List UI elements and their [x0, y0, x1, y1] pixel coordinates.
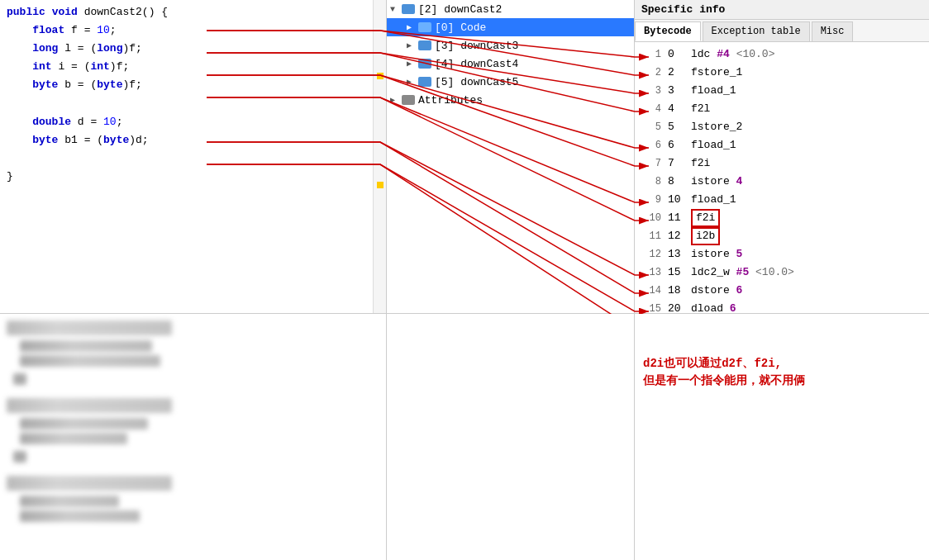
code-line-2: float f = 10; [7, 21, 379, 40]
specific-info-label: Specific info [641, 3, 725, 16]
tree-label-2: [0] Code [435, 21, 486, 34]
bc-lineno-9: 9 [641, 191, 661, 209]
folder-icon-3 [418, 40, 431, 50]
bc-instr-12: istore 5 [691, 245, 922, 263]
bc-row-2: 22fstore_1 [641, 64, 922, 82]
code-bottom-blurred [0, 314, 387, 560]
tree-item-6[interactable]: ▶ Attributes [387, 91, 634, 109]
code-line-8: byte b1 = (byte)d; [7, 131, 379, 149]
bc-lineno-7: 7 [641, 154, 661, 173]
bc-offset-12: 13 [668, 245, 691, 263]
code-area: public void downCast2() { float f = 10; … [0, 0, 386, 189]
bc-instr-5: lstore_2 [691, 118, 922, 136]
folder-icon-4 [418, 59, 431, 69]
folder-icon-6 [402, 95, 415, 105]
info-header: Specific info [635, 0, 929, 20]
bc-instr-1: ldc #4 <10.0> [691, 45, 922, 64]
folder-icon-5 [418, 77, 431, 87]
bc-instr-6: fload_1 [691, 136, 922, 154]
tab-bytecode[interactable]: Bytecode [635, 21, 701, 41]
tree-arrow-6: ▶ [390, 95, 402, 105]
bc-instr-8: istore 4 [691, 173, 922, 191]
bc-offset-7: 7 [668, 154, 691, 173]
tree-arrow-5: ▶ [407, 77, 418, 87]
bc-instr-10: f2i [691, 209, 922, 227]
bc-row-5: 55lstore_2 [641, 118, 922, 136]
bc-instr-11: i2b [691, 227, 922, 245]
tree-item-2[interactable]: ▶ [0] Code [387, 18, 634, 36]
gutter-mark-2 [377, 182, 384, 188]
bc-row-10: 1011f2i [641, 209, 922, 227]
tree-label-1: [2] downCast2 [418, 3, 502, 16]
tree-label-3: [3] downCast3 [435, 40, 518, 52]
bc-row-14: 1418dstore 6 [641, 282, 922, 300]
tree-item-3[interactable]: ▶ [3] downCast3 [387, 36, 634, 55]
code-line-10: } [7, 168, 379, 186]
bc-row-3: 33fload_1 [641, 82, 922, 100]
tree-arrow-3: ▶ [407, 40, 418, 50]
bc-lineno-11: 11 [641, 227, 661, 245]
bc-lineno-15: 15 [641, 300, 661, 313]
bc-row-13: 1315ldc2_w #5 <10.0> [641, 263, 922, 282]
bc-offset-14: 18 [668, 282, 691, 300]
bc-offset-3: 3 [668, 82, 691, 100]
bc-row-8: 88istore 4 [641, 173, 922, 191]
bc-instr-3: fload_1 [691, 82, 922, 100]
gutter-mark-1 [377, 73, 384, 79]
bc-instr-14: dstore 6 [691, 282, 922, 300]
bc-offset-4: 4 [668, 100, 691, 118]
bc-offset-5: 5 [668, 118, 691, 136]
code-line-4: int i = (int)f; [7, 58, 379, 76]
bc-lineno-13: 13 [641, 263, 661, 282]
bc-offset-15: 20 [668, 300, 691, 313]
tree-item-1[interactable]: ▼ [2] downCast2 [387, 0, 634, 18]
bc-lineno-8: 8 [641, 173, 661, 191]
tree-label-6: Attributes [418, 94, 483, 107]
gutter [373, 0, 386, 313]
folder-icon-1 [402, 4, 415, 14]
bc-lineno-1: 1 [641, 45, 661, 64]
bc-instr-4: f2l [691, 100, 922, 118]
bc-lineno-5: 5 [641, 118, 661, 136]
tree-item-4[interactable]: ▶ [4] downCast4 [387, 55, 634, 73]
bc-lineno-3: 3 [641, 82, 661, 100]
bytecode-table: 10ldc #4 <10.0>22fstore_133fload_144f2l5… [635, 42, 929, 313]
tree-panel: ▼ [2] downCast2▶ [0] Code▶ [3] downCast3… [387, 0, 635, 313]
bc-row-4: 44f2l [641, 100, 922, 118]
tree-label-5: [5] downCast5 [435, 76, 518, 88]
tree-label-4: [4] downCast4 [435, 58, 518, 70]
bc-row-12: 1213istore 5 [641, 245, 922, 263]
code-line-5: byte b = (byte)f; [7, 76, 379, 94]
tree-bottom [387, 314, 635, 560]
bc-offset-11: 12 [668, 227, 691, 245]
bc-instr-13: ldc2_w #5 <10.0> [691, 263, 922, 282]
tab-misc[interactable]: Misc [812, 21, 854, 41]
bc-instr-9: fload_1 [691, 191, 922, 209]
tree-item-5[interactable]: ▶ [5] downCast5 [387, 73, 634, 91]
bc-instr-2: fstore_1 [691, 64, 922, 82]
bc-offset-6: 6 [668, 136, 691, 154]
bc-offset-9: 10 [668, 191, 691, 209]
tab-exceptiontable[interactable]: Exception table [703, 21, 810, 41]
bc-offset-10: 11 [668, 209, 691, 227]
info-bottom: d2i也可以通过d2f、f2i, 但是有一个指令能用，就不用俩 [635, 314, 929, 560]
bc-instr-15: dload 6 [691, 300, 922, 313]
bc-lineno-14: 14 [641, 282, 661, 300]
tree-arrow-1: ▼ [390, 5, 402, 14]
bc-instr-7: f2i [691, 154, 922, 173]
info-panel: Specific info BytecodeException tableMis… [635, 0, 929, 313]
info-tabs: BytecodeException tableMisc [635, 20, 929, 42]
code-line-1: public void downCast2() { [7, 3, 379, 21]
code-panel: public void downCast2() { float f = 10; … [0, 0, 387, 313]
bc-offset-8: 8 [668, 173, 691, 191]
bc-row-6: 66fload_1 [641, 136, 922, 154]
bc-lineno-2: 2 [641, 64, 661, 82]
bc-row-1: 10ldc #4 <10.0> [641, 45, 922, 64]
code-line-3: long l = (long)f; [7, 40, 379, 58]
annotation-text: d2i也可以通过d2f、f2i, 但是有一个指令能用，就不用俩 [643, 355, 805, 390]
folder-icon-2 [418, 22, 431, 32]
bc-row-11: 1112i2b [641, 227, 922, 245]
tree-arrow-4: ▶ [407, 59, 418, 69]
code-line-9 [7, 149, 379, 168]
bc-row-9: 910fload_1 [641, 191, 922, 209]
